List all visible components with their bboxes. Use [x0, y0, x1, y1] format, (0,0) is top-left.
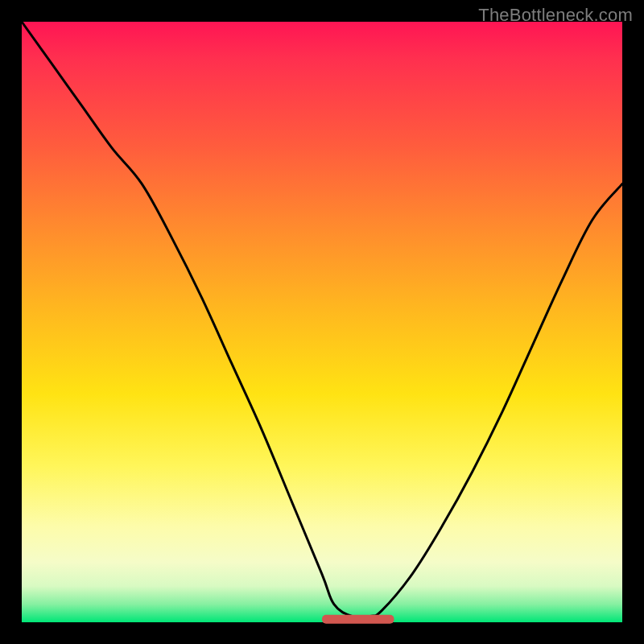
plot-area [22, 22, 622, 622]
chart-container: TheBottleneck.com [0, 0, 644, 644]
bottleneck-curve [22, 22, 622, 617]
plot-svg [22, 22, 622, 622]
flat-marker [322, 615, 394, 624]
attribution-text: TheBottleneck.com [478, 5, 633, 26]
